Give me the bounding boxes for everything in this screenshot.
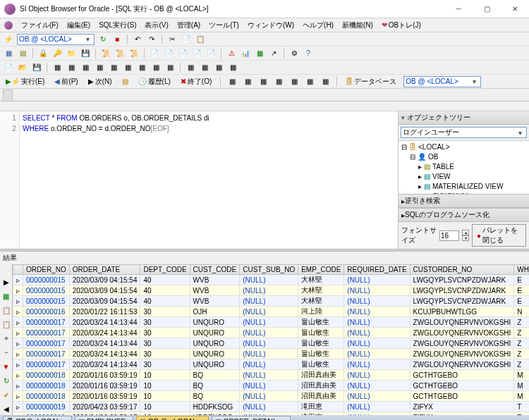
close-palette-button[interactable]: ●パレットを閉じる [472,224,526,247]
cell[interactable]: ZWGLOUYQNERVNVOKGSHI [410,349,514,359]
cell[interactable]: (NULL) [240,402,298,412]
cell[interactable]: 10 [140,370,190,381]
cell[interactable]: GCTHTGEBO [410,381,514,391]
cell[interactable]: N [514,307,529,317]
cell[interactable]: 畠山敏生 [298,359,344,370]
n6-icon[interactable]: ▦ [304,76,315,87]
cell[interactable]: ZIFYX [410,412,514,416]
cell[interactable]: 畠山敏生 [298,328,344,338]
row-marker[interactable]: ▹ [13,307,23,317]
cell[interactable]: 滝田恵 [298,402,344,412]
cell[interactable]: UNQURO [190,317,240,328]
cell[interactable]: GCTHTGEBO [410,391,514,402]
cell[interactable]: 40 [140,285,190,296]
t8-icon[interactable]: ▦ [150,62,162,73]
cell[interactable]: 0000000019 [23,412,70,416]
cell[interactable]: GCTHTGEBO [410,370,514,381]
cell[interactable]: 0000000017 [23,328,70,338]
cell[interactable]: 2020/04/23 03:59:17 [69,402,140,412]
cell[interactable]: 0000000018 [23,381,70,391]
t13-icon[interactable]: ▦ [227,62,238,73]
column-header[interactable]: CUST_SUB_NO [240,265,298,275]
t5-icon[interactable]: ▦ [108,62,119,73]
cell[interactable]: (NULL) [344,370,410,381]
menu-obtore[interactable]: ❤OBトレ(J) [382,20,421,30]
object-tree[interactable]: ⊟🗄<LOCAL> ⊟👤OB ▸▤TABLE▸▤VIEW▸▤MATERIALIZ… [399,141,529,194]
cell[interactable]: (NULL) [240,307,298,317]
n4-icon[interactable]: ▦ [273,76,284,87]
help-icon[interactable]: ? [303,48,314,59]
cell[interactable]: 30 [140,359,190,370]
result-grid[interactable]: ORDER_NOORDER_DATEDEPT_CODECUST_CODECUST… [13,264,529,415]
cell[interactable]: 0000000015 [23,296,70,307]
cell[interactable]: (NULL) [240,391,298,402]
cell[interactable]: 2020/04/23 03:59:17 [69,412,140,416]
t7-icon[interactable]: ▦ [136,62,147,73]
cell[interactable]: (NULL) [344,412,410,416]
export-icon[interactable]: ↗ [268,48,279,59]
cell[interactable]: 10 [140,381,190,391]
column-header[interactable]: ORDER_NO [23,265,70,275]
doc4-icon[interactable]: 📄 [191,48,202,59]
exec-button[interactable]: ▶⚡実行(E) [3,76,47,87]
table-row[interactable]: ▹00000000192020/04/23 03:59:1710HDDFKSOG… [13,412,530,416]
cell[interactable]: M [514,381,529,391]
cell[interactable]: ZWGLOUYQNERVNVOKGSHI [410,328,514,338]
cell[interactable]: T [514,402,529,412]
cell[interactable]: (NULL) [240,370,298,381]
cell[interactable]: BQ [190,381,240,391]
t12-icon[interactable]: ▦ [213,62,224,73]
up-icon[interactable]: ▴ [462,230,469,235]
cell[interactable]: 40 [140,296,190,307]
next-button[interactable]: ▶次(N) [85,76,115,87]
row-marker[interactable]: ▹ [13,391,23,402]
cell[interactable]: T [514,412,529,416]
cell[interactable]: (NULL) [240,349,298,359]
cell[interactable]: 30 [140,349,190,359]
script3-icon[interactable]: 📜 [128,48,140,59]
tree-root[interactable]: ⊟🗄<LOCAL> [400,142,528,152]
row-marker[interactable]: ▹ [13,296,23,307]
table-row[interactable]: ▹00000000152020/03/09 04:15:5440WVB(NULL… [13,275,530,285]
cell[interactable]: 畠山敏生 [298,338,344,349]
table-row[interactable]: ▹00000000172020/03/24 14:13:4430UNQURO(N… [13,338,530,349]
doc2-icon[interactable]: 📄 [163,48,174,59]
cell[interactable]: (NULL) [344,307,410,317]
tree-item[interactable]: ▸▤MATERIALIZED VIEW [400,182,528,192]
row-marker[interactable]: ▹ [13,381,23,391]
menu-item[interactable]: ヘルプ(H) [298,20,338,30]
arrow-icon[interactable]: ▶ [1,277,11,287]
cell[interactable]: 2020/03/09 04:15:54 [69,296,140,307]
column-header[interactable]: WH_CODE [514,265,529,275]
tab-orderdetail[interactable]: ▤ORDER_DETAIL... [212,416,291,420]
connect-icon[interactable]: ⚡ [3,34,14,45]
cell[interactable]: (NULL) [344,296,410,307]
font-stepper[interactable]: ▴▾ [462,230,469,241]
cell[interactable]: (NULL) [344,275,410,285]
cell[interactable]: ZWGLOUYQNERVNVOKGSHI [410,338,514,349]
lock-icon[interactable]: 🔒 [37,48,49,59]
down-icon[interactable]: ▾ [462,235,469,241]
db-combo[interactable]: OB @ <LOCAL>▾ [17,34,95,45]
column-header[interactable]: ORDER_DATE [69,265,140,275]
cell[interactable]: (NULL) [344,328,410,338]
cell[interactable]: 2020/03/24 14:13:44 [69,317,140,328]
cell[interactable]: 滝田恵 [298,412,344,416]
table-row[interactable]: ▹00000000192020/04/23 03:59:1710HDDFKSOG… [13,402,530,412]
cell[interactable]: 2020/03/09 04:15:54 [69,275,140,285]
copy-icon[interactable]: 📄 [181,34,192,45]
table-row[interactable]: ▹00000000172020/03/24 14:13:4430UNQURO(N… [13,317,530,328]
cell[interactable]: 大林堅 [298,275,344,285]
n3-icon[interactable]: ▦ [257,76,269,87]
cell[interactable]: (NULL) [344,285,410,296]
cell[interactable]: (NULL) [240,359,298,370]
tab-connection[interactable]: 🗄OB@<LOCAL> [3,416,72,420]
cell[interactable]: UNQURO [190,359,240,370]
login-user-combo[interactable]: ログインユーザー▾ [401,127,527,138]
table-row[interactable]: ▹00000000182020/01/16 03:59:1910BQ(NULL)… [13,370,530,381]
cell[interactable]: 2020/03/24 14:13:44 [69,349,140,359]
menu-item[interactable]: ツール(T) [205,20,243,30]
cell[interactable]: ZIFYX [410,402,514,412]
column-header[interactable]: REQUIRED_DATE [344,265,410,275]
minimize-button[interactable]: ─ [444,0,473,18]
